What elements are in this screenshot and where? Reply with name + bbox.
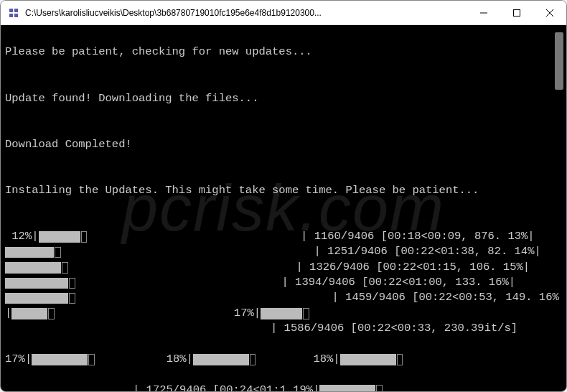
- scrollbar-thumb[interactable]: [555, 32, 563, 90]
- progress-bar: [5, 278, 68, 289]
- titlebar[interactable]: C:\Users\karolisliucveikis\Desktop\3b687…: [1, 1, 566, 25]
- progress-bar: [261, 308, 302, 319]
- terminal-line: Update found! Downloading the files...: [5, 91, 559, 106]
- terminal-line: 17%|18%|18%|: [5, 352, 559, 367]
- terminal-output: Please be patient, checking for new upda…: [1, 25, 566, 391]
- terminal-line: Download Completed!: [5, 137, 559, 152]
- progress-bar: [5, 262, 61, 274]
- progress-text: | 1725/9406 [00:24<01:1 19%|: [133, 383, 319, 391]
- window-controls: [467, 1, 566, 24]
- terminal-line: Installing the Updates. This might take …: [5, 183, 559, 198]
- progress-text: 18%|: [167, 353, 193, 365]
- progress-text: 18%|: [313, 353, 339, 365]
- progress-text: 17%|: [5, 353, 32, 365]
- progress-text: | 1160/9406 [00:18<00:09, 876. 13%|: [301, 230, 535, 243]
- terminal-line: | 1725/9406 [00:24<01:1 19%|: [5, 383, 559, 391]
- replacement-char: [69, 278, 75, 289]
- terminal-line: | 1586/9406 [00:22<00:33, 230.39it/s]: [5, 321, 559, 336]
- replacement-char: [397, 354, 403, 365]
- replacement-char: [250, 354, 256, 365]
- progress-text: 12%|: [5, 230, 39, 243]
- progress-text: | 1394/9406 [00:22<01:00, 133. 16%|: [282, 276, 516, 289]
- progress-text: 17%|: [234, 307, 261, 319]
- progress-text: | 1326/9406 [00:22<01:15, 106. 15%|: [296, 261, 530, 274]
- terminal-line: Please be patient, checking for new upda…: [5, 45, 559, 60]
- replacement-char: [303, 308, 309, 319]
- progress-bar: [32, 354, 88, 365]
- app-icon: [8, 7, 19, 19]
- progress-bar: [193, 354, 249, 365]
- svg-rect-0: [514, 9, 520, 16]
- progress-bar: [319, 385, 375, 391]
- window-title: C:\Users\karolisliucveikis\Desktop\3b687…: [25, 8, 467, 18]
- progress-bar: [5, 247, 54, 258]
- progress-text: | 1586/9406 [00:22<00:33, 230.39it/s]: [271, 322, 517, 335]
- progress-bar: [5, 293, 68, 304]
- progress-bar: [340, 354, 396, 365]
- replacement-char: [55, 247, 61, 258]
- replacement-char: [62, 262, 68, 274]
- close-button[interactable]: [533, 1, 566, 24]
- minimize-button[interactable]: [467, 1, 500, 24]
- progress-text: | 1251/9406 [00:22<01:38, 82. 14%|: [314, 245, 541, 258]
- replacement-char: [88, 354, 95, 365]
- progress-bar: [39, 231, 80, 243]
- app-window: C:\Users\karolisliucveikis\Desktop\3b687…: [0, 0, 567, 392]
- replacement-char: [69, 293, 75, 304]
- replacement-char: [81, 231, 88, 243]
- replacement-char: [376, 385, 383, 391]
- progress-bar: [11, 308, 47, 319]
- replacement-char: [48, 308, 55, 319]
- maximize-button[interactable]: [500, 1, 533, 24]
